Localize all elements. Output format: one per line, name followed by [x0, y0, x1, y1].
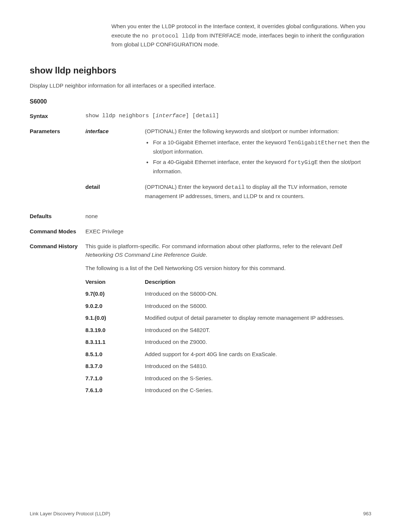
bullet1-code: TenGigabitEthernet: [288, 140, 348, 146]
version-cell: 9.1.(0.0): [85, 314, 145, 322]
intro-no-protocol-code: no protocol lldp: [142, 33, 195, 39]
bullet2-before: For a 40-Gigabit Ethernet interface, ent…: [153, 159, 288, 165]
parameters-row: Parameters interface (OPTIONAL) Enter th…: [30, 127, 371, 206]
history-para1-after: .: [206, 252, 207, 258]
version-cell: 7.7.1.0: [85, 374, 145, 383]
syntax-value: show lldp neighbors [interface] [detail]: [85, 112, 371, 121]
command-modes-label: Command Modes: [30, 227, 85, 236]
version-cell: 8.3.19.0: [85, 326, 145, 335]
desc-cell: Introduced on the S-Series.: [145, 374, 371, 383]
version-header-version: Version: [85, 278, 145, 286]
detail-desc-before: (OPTIONAL) Enter the keyword: [145, 184, 225, 190]
bullet1-before: For a 10-Gigabit Ethernet interface, ent…: [153, 139, 288, 145]
desc-cell: Introduced on the Z9000.: [145, 338, 371, 347]
param-interface-desc1: (OPTIONAL) Enter the following keywords …: [145, 128, 339, 134]
desc-cell: Modified output of detail parameter to d…: [145, 314, 371, 322]
table-row: 9.0.2.0 Introduced on the S6000.: [85, 302, 371, 311]
desc-cell: Introduced on the S4820T.: [145, 326, 371, 335]
platform-label: S6000: [30, 97, 371, 106]
desc-cell: Added support for 4-port 40G line cards …: [145, 350, 371, 359]
param-interface-name: interface: [85, 127, 145, 178]
parameters-label: Parameters: [30, 127, 85, 206]
defaults-value: none: [85, 212, 371, 221]
desc-cell: Introduced on the S6000-ON.: [145, 290, 371, 298]
command-modes-value: EXEC Privilege: [85, 227, 371, 236]
table-row: 8.3.7.0 Introduced on the S4810.: [85, 362, 371, 371]
table-row: 7.6.1.0 Introduced on the C-Series.: [85, 386, 371, 395]
history-para2: The following is a list of the Dell Netw…: [85, 264, 371, 273]
param-detail-name: detail: [85, 183, 145, 200]
desc-cell: Introduced on the S6000.: [145, 302, 371, 311]
param-detail-row: detail (OPTIONAL) Enter the keyword deta…: [85, 183, 371, 200]
param-bullet-1: For a 10-Gigabit Ethernet interface, ent…: [145, 138, 371, 156]
version-cell: 8.5.1.0: [85, 350, 145, 359]
detail-desc-code: detail: [225, 184, 245, 191]
version-header-desc: Description: [145, 278, 371, 286]
intro-lldp-code: LLDP: [162, 24, 175, 30]
param-detail-desc: (OPTIONAL) Enter the keyword detail to d…: [145, 183, 371, 200]
desc-cell: Introduced on the C-Series.: [145, 386, 371, 395]
desc-cell: Introduced on the S4810.: [145, 362, 371, 371]
table-row: 8.3.11.1 Introduced on the Z9000.: [85, 338, 371, 347]
version-cell: 9.0.2.0: [85, 302, 145, 311]
intro-text-1: When you enter the: [111, 23, 162, 29]
table-row: 9.7(0.0) Introduced on the S6000-ON.: [85, 290, 371, 298]
table-row: 8.5.1.0 Added support for 4-port 40G lin…: [85, 350, 371, 359]
syntax-label: Syntax: [30, 112, 85, 121]
table-row: 8.3.19.0 Introduced on the S4820T.: [85, 326, 371, 335]
section-heading: show lldp neighbors: [30, 64, 371, 77]
table-row: 9.1.(0.0) Modified output of detail para…: [85, 314, 371, 322]
version-cell: 8.3.11.1: [85, 338, 145, 347]
param-interface-desc: (OPTIONAL) Enter the following keywords …: [145, 127, 371, 178]
command-modes-row: Command Modes EXEC Privilege: [30, 227, 371, 236]
version-cell: 9.7(0.0): [85, 290, 145, 298]
syntax-row: Syntax show lldp neighbors [interface] […: [30, 112, 371, 121]
defaults-row: Defaults none: [30, 212, 371, 221]
param-interface-row: interface (OPTIONAL) Enter the following…: [85, 127, 371, 178]
command-history-content: This guide is platform-specific. For com…: [85, 242, 371, 398]
param-bullet-2: For a 40-Gigabit Ethernet interface, ent…: [145, 158, 371, 175]
version-table: Version Description 9.7(0.0) Introduced …: [85, 278, 371, 395]
section-description: Display LLDP neighbor information for al…: [30, 82, 371, 90]
command-history-label: Command History: [30, 242, 85, 398]
syntax-interface: interface: [156, 113, 186, 119]
history-para1-before: This guide is platform-specific. For com…: [85, 243, 332, 249]
table-row: 7.7.1.0 Introduced on the S-Series.: [85, 374, 371, 383]
intro-paragraph: When you enter the LLDP protocol in the …: [111, 22, 371, 49]
version-cell: 7.6.1.0: [85, 386, 145, 395]
version-header-row: Version Description: [85, 278, 371, 286]
command-history-row: Command History This guide is platform-s…: [30, 242, 371, 398]
parameters-content: interface (OPTIONAL) Enter the following…: [85, 127, 371, 206]
version-cell: 8.3.7.0: [85, 362, 145, 371]
history-para1: This guide is platform-specific. For com…: [85, 242, 371, 259]
bullet2-code: fortyGigE: [288, 160, 318, 166]
param-interface-bullets: For a 10-Gigabit Ethernet interface, ent…: [145, 138, 371, 175]
defaults-label: Defaults: [30, 212, 85, 221]
